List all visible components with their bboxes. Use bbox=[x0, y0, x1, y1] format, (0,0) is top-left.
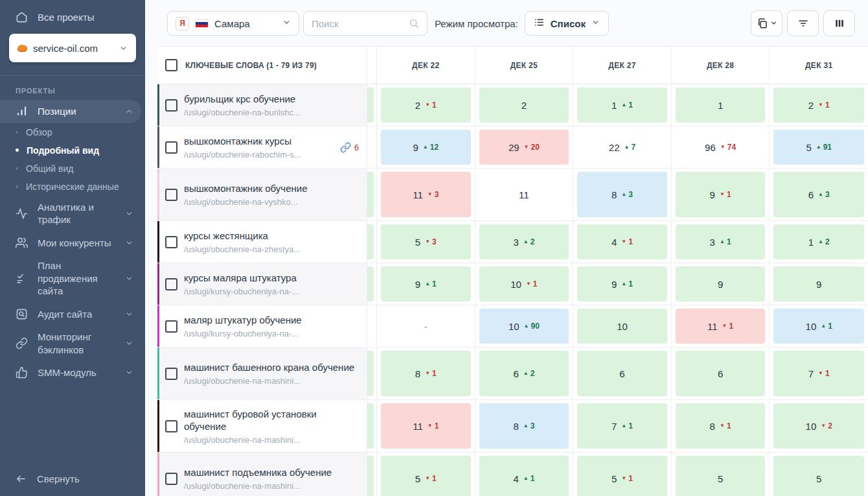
sidebar-subitem-historical-data[interactable]: Исторические данные bbox=[0, 178, 145, 196]
row-checkbox[interactable] bbox=[165, 278, 177, 290]
position-cell[interactable]: 8 ▼1 bbox=[377, 348, 475, 399]
sidebar-item-label: Мониторинг бэклинков bbox=[38, 331, 115, 356]
position-cell[interactable]: 10 ▼1 bbox=[475, 263, 574, 305]
position-cell[interactable]: 3 ▲2 bbox=[475, 221, 574, 263]
sidebar-item-competitors[interactable]: Мои конкуренты bbox=[0, 231, 141, 255]
backlinks-count: 6 bbox=[354, 143, 359, 152]
column-header-date[interactable]: ДЕК 31 bbox=[770, 47, 868, 84]
keyword-cell[interactable]: вышкомонтажник курсы /uslugi/obuchenie-r… bbox=[157, 126, 367, 168]
position-cell[interactable]: 11 ▼3 bbox=[377, 169, 475, 220]
position-cell[interactable]: 8 ▲3 bbox=[475, 400, 574, 452]
sidebar-item-smm-module[interactable]: SMM-модуль bbox=[0, 361, 141, 384]
row-checkbox[interactable] bbox=[165, 236, 177, 248]
sidebar-item-analytics-traffic[interactable]: Аналитика и трафик bbox=[0, 196, 141, 231]
position-cell[interactable]: 1 bbox=[672, 84, 770, 126]
sidebar-subitem-overview[interactable]: Обзор bbox=[0, 123, 145, 141]
position-cell[interactable]: - bbox=[377, 305, 475, 347]
position-cell[interactable]: 10 ▼2 bbox=[770, 400, 868, 452]
filter-icon bbox=[797, 18, 809, 29]
position-cell[interactable]: 4 ▼1 bbox=[573, 221, 672, 263]
column-header-date[interactable]: ДЕК 22 bbox=[377, 47, 475, 84]
position-cell[interactable]: 7 ▼1 bbox=[770, 348, 868, 399]
project-selector[interactable]: service-oil.com bbox=[9, 34, 136, 62]
sidebar-subitem-detailed-view[interactable]: Подробный вид bbox=[0, 141, 145, 159]
keyword-cell[interactable]: курсы маляра штукатура /uslugi/kursy-obu… bbox=[157, 263, 367, 305]
keyword-cell[interactable]: машинист буровой установки обучение /usl… bbox=[157, 400, 367, 452]
keyword-cell[interactable]: курсы жестянщика /uslugi/obuchenie-na-zh… bbox=[157, 221, 367, 263]
position-cell[interactable]: 9 ▼1 bbox=[672, 169, 770, 220]
position-cell[interactable]: 6 ▲3 bbox=[770, 169, 868, 220]
position-cell[interactable]: 2 ▼1 bbox=[770, 84, 868, 126]
position-cell[interactable]: 9 ▲1 bbox=[573, 263, 672, 305]
all-projects-link[interactable]: Все проекты bbox=[0, 0, 145, 30]
position-cell[interactable]: 8 ▼1 bbox=[672, 400, 770, 452]
position-cell[interactable]: 5 ▼1 bbox=[573, 453, 672, 496]
people-icon bbox=[16, 237, 28, 249]
copy-button[interactable] bbox=[751, 10, 782, 36]
position-cell[interactable]: 6 bbox=[573, 348, 672, 399]
position-cell[interactable]: 6 bbox=[672, 348, 770, 399]
row-checkbox[interactable] bbox=[165, 189, 177, 201]
position-cell[interactable]: 11 ▼1 bbox=[377, 400, 475, 452]
sidebar-item-promotion-plan[interactable]: План продвижения сайта bbox=[0, 254, 141, 303]
column-header-date[interactable]: ДЕК 25 bbox=[475, 47, 574, 84]
position-cell[interactable]: 9 ▲1 bbox=[377, 263, 475, 305]
position-cell[interactable]: 1 ▲2 bbox=[770, 221, 868, 263]
position-cell[interactable]: 9 bbox=[770, 263, 868, 305]
column-header-date[interactable]: ДЕК 27 bbox=[573, 47, 672, 84]
position-cell[interactable]: 9 bbox=[672, 263, 770, 305]
sidebar-item-backlink-monitoring[interactable]: Мониторинг бэклинков bbox=[0, 325, 141, 361]
filter-button[interactable] bbox=[787, 10, 819, 36]
position-cell[interactable]: 11 bbox=[475, 169, 574, 220]
row-checkbox[interactable] bbox=[165, 368, 177, 380]
row-checkbox[interactable] bbox=[165, 420, 177, 432]
position-cell[interactable]: 4 ▲1 bbox=[475, 453, 574, 496]
keyword-cell[interactable]: машинист подъемника обучение /uslugi/obu… bbox=[157, 453, 367, 496]
position-cell[interactable]: 5 bbox=[770, 453, 868, 496]
keyword-url: /uslugi/obuchenie-na-zhestya... bbox=[184, 244, 361, 254]
position-delta-up: ▲2 bbox=[523, 369, 535, 378]
position-cell[interactable]: 9 ▲12 bbox=[377, 126, 475, 168]
position-cell[interactable]: 3 ▲1 bbox=[672, 221, 770, 263]
position-delta-down: ▼3 bbox=[425, 237, 437, 246]
sidebar-item-positions[interactable]: Позиции bbox=[0, 100, 141, 123]
position-cell[interactable]: 96 ▼74 bbox=[672, 126, 770, 168]
column-header-date[interactable]: ДЕК 28 bbox=[672, 47, 770, 84]
collapse-sidebar-button[interactable]: Свернуть bbox=[0, 466, 145, 496]
keyword-cell[interactable]: вышкомонтажник обучение /uslugi/obucheni… bbox=[157, 169, 367, 220]
position-delta-up: ▲1 bbox=[720, 237, 731, 246]
select-all-checkbox[interactable] bbox=[165, 59, 177, 71]
search-input[interactable]: Поиск bbox=[303, 11, 428, 36]
position-cell[interactable]: 5 bbox=[672, 453, 770, 496]
sidebar-subitem-general-view[interactable]: Общий вид bbox=[0, 159, 145, 178]
columns-button[interactable] bbox=[823, 10, 855, 36]
position-cell[interactable]: 10 bbox=[573, 305, 672, 347]
position-cell[interactable]: 8 ▲3 bbox=[573, 169, 672, 220]
row-checkbox[interactable] bbox=[165, 141, 177, 154]
chevron-down-icon bbox=[125, 239, 133, 247]
backlinks-badge[interactable]: 6 bbox=[340, 142, 359, 153]
position-cell[interactable]: 5 ▼1 bbox=[377, 453, 475, 496]
position-cell[interactable]: 2 bbox=[475, 84, 574, 126]
keyword-cell[interactable]: маляр штукатур обучение /uslugi/kursy-ob… bbox=[157, 305, 367, 347]
position-cell[interactable]: 22 ▲7 bbox=[573, 126, 672, 168]
position-cell[interactable]: 6 ▲2 bbox=[475, 348, 574, 399]
keyword-cell[interactable]: бурильщик крс обучение /uslugi/obuchenie… bbox=[157, 84, 367, 126]
view-mode-selector[interactable]: Список bbox=[525, 11, 609, 36]
position-cell[interactable]: 1 ▲1 bbox=[573, 84, 672, 126]
position-cell[interactable]: 10 ▲90 bbox=[475, 305, 574, 347]
position-cell[interactable]: 29 ▼20 bbox=[475, 126, 574, 168]
position-cell[interactable]: 2 ▼1 bbox=[377, 84, 475, 126]
row-checkbox[interactable] bbox=[165, 320, 177, 333]
region-selector[interactable]: Я Самара bbox=[167, 11, 299, 36]
position-cell[interactable]: 11 ▼1 bbox=[672, 305, 770, 347]
position-cell[interactable]: 7 ▲1 bbox=[573, 400, 672, 452]
position-cell[interactable]: 5 ▲91 bbox=[770, 126, 868, 168]
position-cell[interactable]: 5 ▼3 bbox=[377, 221, 475, 263]
chevron-down-icon bbox=[770, 18, 777, 29]
row-checkbox[interactable] bbox=[165, 99, 177, 112]
sidebar-item-site-audit[interactable]: Аудит сайта bbox=[0, 303, 141, 326]
keyword-cell[interactable]: машинист башенного крана обучение /uslug… bbox=[157, 348, 367, 399]
row-checkbox[interactable] bbox=[165, 473, 177, 485]
position-cell[interactable]: 10 ▲1 bbox=[770, 305, 868, 347]
